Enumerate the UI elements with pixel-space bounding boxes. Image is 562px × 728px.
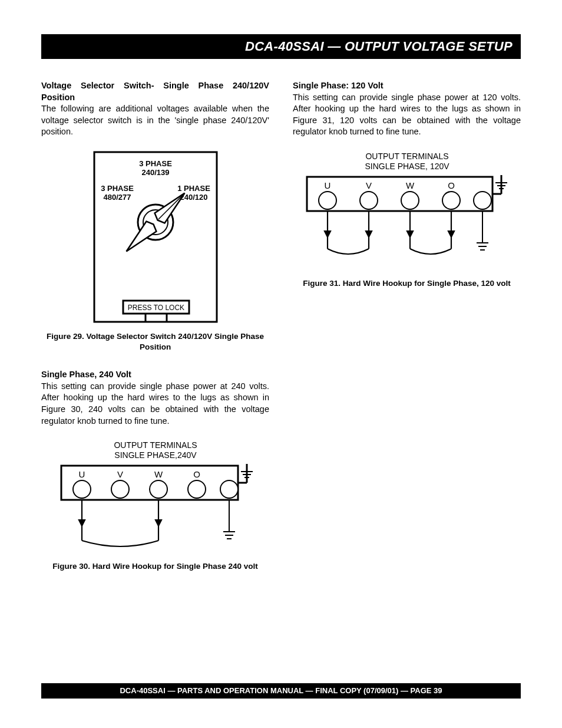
terminal-u-label: U xyxy=(78,469,85,479)
hookup-wire-uv xyxy=(325,211,372,254)
label-3phase-240-val: 240/139 xyxy=(141,168,169,177)
footer-text: DCA-40SSAI — PARTS AND OPERATION MANUAL … xyxy=(120,686,442,695)
label-3phase-480-val: 480/277 xyxy=(103,193,131,202)
terminal-w xyxy=(150,480,167,498)
terminal-ground xyxy=(220,480,238,498)
label-1phase-240: 1 PHASE xyxy=(177,184,210,193)
section-heading: Single Phase: 120 Volt xyxy=(293,81,384,90)
label-3phase-480: 3 PHASE xyxy=(101,184,134,193)
fig30-title2: SINGLE PHASE,240V xyxy=(114,450,197,460)
fig31-title2: SINGLE PHASE, 120V xyxy=(365,162,449,171)
terminal-o-label: O xyxy=(193,469,200,479)
press-to-lock-label: PRESS TO LOCK xyxy=(127,304,184,312)
terminal-o-label: O xyxy=(448,180,455,190)
svg-marker-35 xyxy=(366,231,372,237)
figure-30: OUTPUT TERMINALS SINGLE PHASE,240V U V xyxy=(41,437,269,555)
terminal-u-label: U xyxy=(324,180,330,190)
terminal-o xyxy=(188,480,206,498)
svg-marker-41 xyxy=(448,231,454,237)
svg-marker-34 xyxy=(325,231,330,237)
left-column: Voltage Selector Switch- Single Phase 24… xyxy=(41,80,269,588)
figure-31-caption: Figure 31. Hard Wire Hookup for Single P… xyxy=(293,278,521,289)
terminal-v xyxy=(360,192,378,209)
terminal-w-label: W xyxy=(154,469,163,479)
right-column: Single Phase: 120 Volt This setting can … xyxy=(293,80,521,588)
terminal-u xyxy=(73,480,91,498)
section-body: This setting can provide single phase po… xyxy=(293,93,521,137)
figure-29: 3 PHASE 240/139 3 PHASE 480/277 1 PHASE … xyxy=(41,149,269,325)
section-heading: Voltage Selector Switch- Single Phase 24… xyxy=(41,81,269,102)
output-terminals-120v-diagram: OUTPUT TERMINALS SINGLE PHASE, 120V U V … xyxy=(295,149,519,272)
figure-31: OUTPUT TERMINALS SINGLE PHASE, 120V U V … xyxy=(293,149,521,272)
terminal-ground xyxy=(474,192,491,209)
hookup-wire-wo xyxy=(407,211,454,254)
terminal-v-label: V xyxy=(117,469,123,479)
footer-bar: DCA-40SSAI — PARTS AND OPERATION MANUAL … xyxy=(41,683,521,699)
ground-icon xyxy=(223,500,235,539)
terminal-w-label: W xyxy=(405,180,414,190)
label-3phase-240: 3 PHASE xyxy=(139,159,172,168)
terminal-v-label: V xyxy=(365,180,371,190)
figure-29-caption: Figure 29. Voltage Selector Switch 240/1… xyxy=(41,331,269,353)
section-body: This setting can provide single phase po… xyxy=(41,381,269,426)
page-title: DCA-40SSAI — OUTPUT VOLTAGE SETUP xyxy=(245,38,513,55)
page-header: DCA-40SSAI — OUTPUT VOLTAGE SETUP xyxy=(41,34,521,59)
svg-marker-40 xyxy=(407,231,413,237)
hookup-wire-uw xyxy=(79,500,161,546)
svg-marker-17 xyxy=(79,520,85,526)
terminal-o xyxy=(442,192,460,209)
terminal-w xyxy=(401,192,419,209)
section-body: The following are additional voltages av… xyxy=(41,104,269,136)
figure-30-caption: Figure 30. Hard Wire Hookup for Single P… xyxy=(41,561,269,572)
ground-icon xyxy=(477,211,488,250)
fig30-title1: OUTPUT TERMINALS xyxy=(114,440,197,450)
terminal-v xyxy=(111,480,129,498)
voltage-selector-switch-diagram: 3 PHASE 240/139 3 PHASE 480/277 1 PHASE … xyxy=(91,149,220,325)
svg-marker-18 xyxy=(156,520,161,526)
output-terminals-240v-diagram: OUTPUT TERMINALS SINGLE PHASE,240V U V xyxy=(49,437,262,555)
terminal-u xyxy=(319,192,336,209)
section-heading: Single Phase, 240 Volt xyxy=(41,370,131,379)
fig31-title1: OUTPUT TERMINALS xyxy=(365,151,448,161)
